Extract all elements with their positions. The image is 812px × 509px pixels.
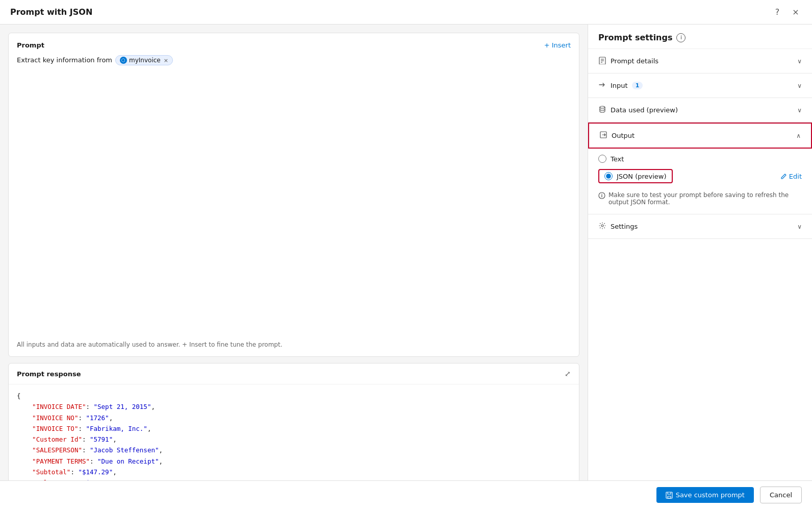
- accordion-output-header[interactable]: Output ∧: [588, 123, 812, 149]
- note-info-icon: [598, 192, 605, 201]
- prompt-details-label: Prompt details: [611, 57, 658, 65]
- data-used-chevron: ∨: [797, 107, 802, 114]
- accordion-prompt-details: Prompt details ∨: [588, 49, 812, 74]
- prompt-card-header: Prompt + Insert: [17, 41, 571, 49]
- output-label: Output: [612, 132, 635, 139]
- json-radio-label[interactable]: JSON (preview): [617, 173, 667, 180]
- accordion-data-used-header[interactable]: Data used (preview) ∨: [588, 98, 812, 122]
- accordion-left: Data used (preview): [598, 105, 678, 115]
- response-card: Prompt response ⤢ { "INVOICE DATE": "Sep…: [8, 363, 579, 480]
- main-content: Prompt + Insert Extract key information …: [0, 25, 812, 480]
- prompt-card-title: Prompt: [17, 41, 44, 49]
- save-label: Save custom prompt: [676, 491, 745, 499]
- prompt-hint: All inputs and data are automatically us…: [17, 341, 571, 348]
- prompt-text: Extract key information from: [17, 55, 112, 66]
- prompt-details-icon: [598, 56, 606, 66]
- right-panel: Prompt settings i Prompt details: [588, 25, 812, 480]
- data-used-icon: [598, 105, 606, 115]
- settings-chevron: ∨: [797, 223, 802, 230]
- json-radio-left: JSON (preview): [604, 172, 667, 180]
- output-chevron: ∧: [796, 132, 801, 139]
- json-note-text: Make sure to test your prompt before sav…: [608, 191, 802, 206]
- json-preview-option: JSON (preview): [598, 169, 673, 183]
- response-header: Prompt response ⤢: [9, 363, 579, 384]
- svg-rect-10: [666, 492, 672, 498]
- json-output: { "INVOICE DATE": "Sept 21, 2015", "INVO…: [9, 384, 579, 480]
- title-bar: Prompt with JSON ? ×: [0, 0, 812, 25]
- prompt-card: Prompt + Insert Extract key information …: [8, 33, 579, 357]
- response-title: Prompt response: [17, 370, 81, 378]
- accordion-input: Input 1 ∨: [588, 74, 812, 98]
- accordion-data-used: Data used (preview) ∨: [588, 98, 812, 123]
- input-chevron: ∨: [797, 82, 802, 89]
- output-body: Text JSON (preview) Edit: [588, 149, 812, 214]
- output-section: Output ∧ Text JSON (preview): [588, 123, 812, 214]
- data-used-label: Data used (preview): [611, 106, 678, 114]
- json-option-row: JSON (preview) Edit: [598, 169, 802, 183]
- text-radio-label[interactable]: Text: [611, 155, 624, 163]
- settings-icon: [598, 222, 606, 231]
- save-icon: [666, 492, 673, 499]
- accordion-settings-header[interactable]: Settings ∨: [588, 214, 812, 238]
- input-tag[interactable]: ⬡ myInvoice ×: [115, 55, 173, 65]
- settings-header: Prompt settings i: [588, 25, 812, 49]
- input-icon: [598, 81, 606, 90]
- tag-label: myInvoice: [129, 57, 161, 64]
- settings-title: Prompt settings: [598, 33, 672, 42]
- accordion-settings: Settings ∨: [588, 214, 812, 239]
- tag-close-icon[interactable]: ×: [164, 57, 168, 64]
- text-option-row: Text: [598, 155, 802, 163]
- svg-point-4: [600, 106, 605, 108]
- input-label: Input: [611, 82, 628, 89]
- cancel-button[interactable]: Cancel: [760, 487, 802, 503]
- accordion-prompt-details-header[interactable]: Prompt details ∨: [588, 49, 812, 73]
- edit-icon: [780, 173, 787, 180]
- edit-button[interactable]: Edit: [780, 173, 802, 180]
- left-panel: Prompt + Insert Extract key information …: [0, 25, 588, 480]
- settings-label: Settings: [611, 223, 638, 230]
- tag-icon: ⬡: [120, 57, 127, 64]
- accordion-left: Settings: [598, 222, 638, 231]
- window-title: Prompt with JSON: [10, 7, 92, 17]
- prompt-area: Extract key information from ⬡ myInvoice…: [17, 55, 571, 348]
- output-icon: [599, 131, 607, 140]
- insert-button[interactable]: + Insert: [544, 41, 571, 49]
- expand-icon[interactable]: ⤢: [565, 370, 571, 378]
- close-icon[interactable]: ×: [790, 6, 802, 18]
- accordion-left: Output: [599, 131, 635, 140]
- bottom-bar: Save custom prompt Cancel: [0, 480, 812, 509]
- json-note: Make sure to test your prompt before sav…: [598, 189, 802, 208]
- json-radio[interactable]: [604, 172, 613, 180]
- accordion-input-header[interactable]: Input 1 ∨: [588, 74, 812, 98]
- input-badge: 1: [632, 82, 643, 89]
- prompt-details-chevron: ∨: [797, 58, 802, 65]
- settings-info-icon[interactable]: i: [676, 33, 686, 42]
- help-icon[interactable]: ?: [771, 6, 783, 18]
- accordion-left: Input 1: [598, 81, 643, 90]
- svg-point-8: [601, 193, 602, 195]
- save-custom-prompt-button[interactable]: Save custom prompt: [656, 487, 754, 503]
- svg-point-9: [601, 225, 603, 227]
- prompt-input-area: Extract key information from ⬡ myInvoice…: [17, 55, 571, 86]
- text-radio[interactable]: [598, 155, 606, 163]
- title-bar-actions: ? ×: [771, 6, 802, 18]
- accordion-left: Prompt details: [598, 56, 658, 66]
